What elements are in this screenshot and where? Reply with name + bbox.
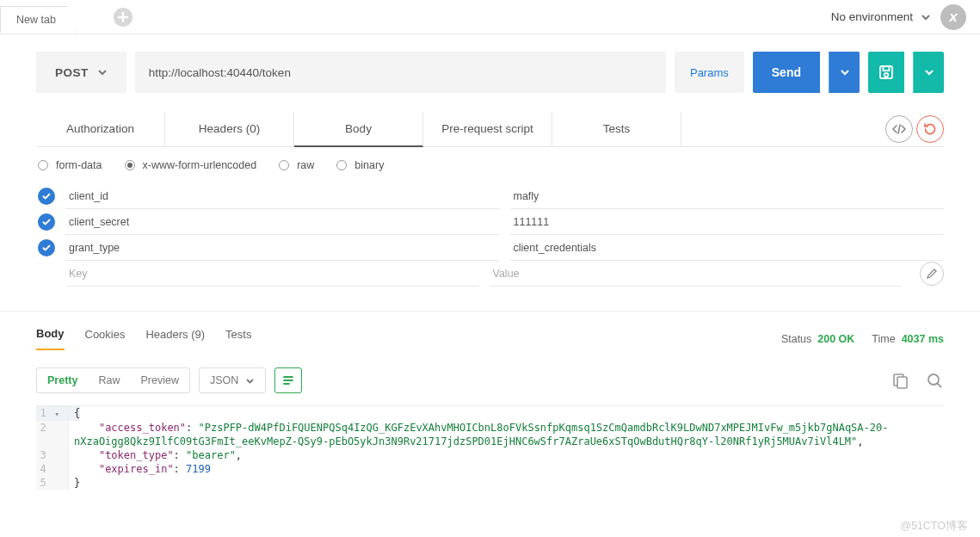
chevron-down-icon [245, 376, 255, 386]
body-type-radios: form-data x-www-form-urlencoded raw bina… [38, 159, 944, 171]
radio-urlencoded[interactable]: x-www-form-urlencoded [125, 159, 257, 171]
tab-new[interactable]: New tab [0, 6, 76, 33]
request-tabs: Authorization Headers (0) Body Pre-reque… [36, 112, 944, 147]
variable-glyph: x [949, 9, 957, 26]
svg-rect-1 [884, 66, 890, 71]
http-method: POST [55, 66, 89, 79]
radio-binary[interactable]: binary [336, 159, 384, 171]
table-row: client_secret 111111 [36, 209, 944, 235]
search-button[interactable] [925, 371, 944, 390]
mode-preview[interactable]: Preview [130, 368, 188, 392]
response-tab-cookies[interactable]: Cookies [85, 328, 126, 349]
response-toolbar: Pretty Raw Preview JSON [36, 367, 944, 393]
watermark: @51CTO博客 [900, 519, 968, 534]
check-icon [41, 217, 52, 227]
form-data-table: client_id mafly client_secret 111111 gra… [36, 183, 944, 287]
code-snippet-button[interactable] [885, 115, 913, 143]
time-value: 4037 ms [902, 333, 944, 345]
radio-raw[interactable]: raw [279, 159, 314, 171]
table-row: grant_type client_credentials [36, 235, 944, 261]
environment-quicklook-button[interactable]: x [940, 4, 966, 30]
wrap-lines-button[interactable] [274, 367, 302, 393]
table-row: client_id mafly [36, 183, 944, 209]
tab-tests[interactable]: Tests [552, 112, 681, 146]
mode-raw[interactable]: Raw [88, 368, 130, 392]
radio-icon [279, 160, 289, 170]
code-icon [891, 120, 908, 138]
response-tab-body[interactable]: Body [36, 327, 65, 350]
save-dropdown-button[interactable] [913, 52, 944, 93]
response-body-editor[interactable]: 1 ▾{2 "access_token": "PzsPFP-dW4PfDiFQU… [36, 405, 944, 490]
view-mode-segment[interactable]: Pretty Raw Preview [36, 367, 190, 393]
chevron-down-icon [920, 11, 932, 23]
params-button[interactable]: Params [675, 52, 744, 93]
send-dropdown-button[interactable] [829, 52, 860, 93]
plus-icon [117, 11, 129, 23]
chevron-down-icon [97, 67, 108, 77]
reset-icon [922, 121, 938, 137]
pencil-icon [926, 268, 938, 280]
http-method-selector[interactable]: POST [36, 52, 126, 93]
key-input[interactable]: client_secret [65, 209, 500, 235]
bulk-edit-button[interactable] [920, 262, 944, 286]
svg-rect-4 [897, 377, 907, 388]
send-button[interactable]: Send [753, 52, 820, 93]
check-icon [41, 191, 52, 201]
wrap-icon [281, 373, 295, 387]
add-tab-button[interactable] [114, 8, 133, 27]
response-tab-tests[interactable]: Tests [225, 328, 251, 349]
reset-button[interactable] [916, 115, 944, 143]
row-enable-toggle[interactable] [38, 239, 55, 256]
tab-authorization[interactable]: Authorization [36, 112, 165, 146]
environment-selector[interactable]: No environment [831, 10, 932, 23]
radio-icon [336, 160, 347, 170]
copy-icon [891, 371, 909, 390]
row-enable-toggle[interactable] [38, 188, 55, 205]
value-input[interactable]: client_credentials [510, 235, 945, 261]
status-label: Status 200 OK [781, 333, 854, 345]
row-enable-toggle [38, 265, 55, 282]
radio-icon [125, 160, 135, 170]
value-input[interactable]: mafly [510, 183, 945, 209]
url-input[interactable]: http://localhost:40440/token [135, 52, 666, 93]
key-input[interactable]: Key [65, 261, 479, 287]
row-enable-toggle[interactable] [38, 213, 55, 231]
radio-form-data[interactable]: form-data [38, 159, 102, 171]
response-tabs: Body Cookies Headers (9) Tests Status 20… [36, 327, 944, 350]
time-label: Time 4037 ms [872, 333, 944, 345]
tab-prerequest[interactable]: Pre-request script [423, 112, 552, 146]
mode-pretty[interactable]: Pretty [37, 368, 88, 392]
save-button[interactable] [868, 52, 904, 93]
svg-point-2 [884, 73, 888, 77]
key-input[interactable]: client_id [65, 183, 500, 209]
tab-headers[interactable]: Headers (0) [165, 112, 294, 146]
radio-icon [38, 160, 48, 170]
language-selector[interactable]: JSON [199, 367, 266, 393]
response-tab-headers[interactable]: Headers (9) [145, 328, 205, 349]
save-icon [878, 64, 895, 81]
table-row-empty: Key Value [36, 261, 944, 287]
environment-label: No environment [831, 10, 913, 23]
value-input[interactable]: Value [490, 261, 903, 287]
value-input[interactable]: 111111 [510, 209, 945, 235]
chevron-down-icon [924, 67, 934, 77]
check-icon [41, 243, 52, 253]
copy-button[interactable] [891, 371, 909, 390]
key-input[interactable]: grant_type [65, 235, 500, 261]
chevron-down-icon [840, 67, 850, 77]
status-value: 200 OK [817, 333, 854, 345]
tab-body[interactable]: Body [294, 112, 423, 147]
search-icon [925, 371, 944, 390]
request-bar: POST http://localhost:40440/token Params… [36, 52, 944, 93]
top-bar: New tab No environment x [0, 0, 980, 34]
